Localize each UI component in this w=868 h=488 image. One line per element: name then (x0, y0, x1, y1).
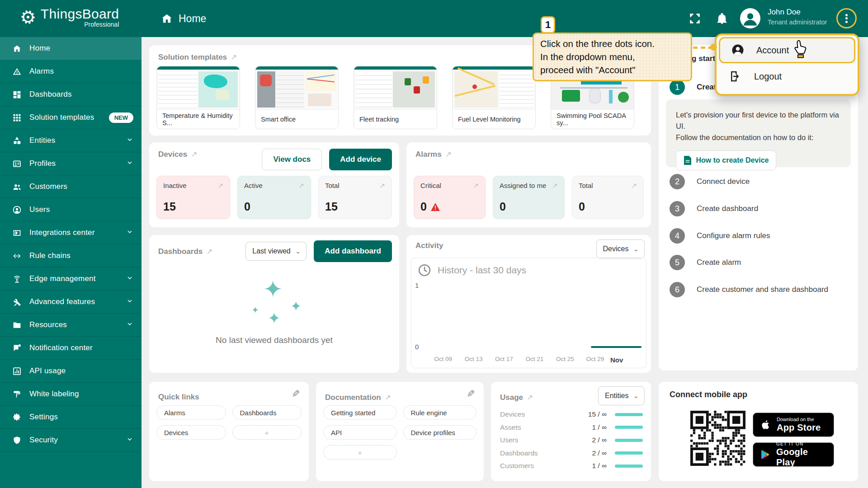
sidebar-item-rule-chains[interactable]: Rule chains (0, 244, 142, 267)
sidebar-item-profiles[interactable]: Profiles (0, 152, 142, 175)
doc-link-rule-engine[interactable]: Rule engine (403, 405, 477, 420)
usage-value: 2 / ∞ (578, 449, 607, 457)
user-menu-button[interactable] (836, 8, 857, 28)
select-value: Devices (603, 245, 629, 253)
stat-label: Total (325, 182, 340, 190)
topbar: ⚙ ThingsBoard Professional Home John Doe… (0, 0, 868, 37)
fullscreen-button[interactable] (685, 9, 704, 28)
edit-icon[interactable]: ✎ (467, 388, 475, 400)
grid-icon (12, 113, 22, 122)
sidebar-item-entities[interactable]: Entities (0, 129, 142, 152)
template-card-temperature-humidity[interactable]: Temperature & Humidity S... (156, 66, 240, 129)
sidebar-item-alarms[interactable]: Alarms (0, 60, 142, 83)
template-card-smart-office[interactable]: Smart office (255, 66, 339, 129)
warning-triangle-icon (430, 202, 440, 211)
app-store-badge[interactable]: Download on the App Store (753, 413, 834, 437)
view-docs-button[interactable]: View docs (262, 149, 322, 170)
sidebar-item-edge-management[interactable]: Edge management (0, 267, 142, 291)
step-create-customer[interactable]: 6 Create customer and share dashboard (670, 282, 847, 297)
annotation-step-badge: 1 (541, 16, 555, 33)
step-create-alarm[interactable]: 5 Create alarm (670, 255, 847, 270)
sidebar-item-customers[interactable]: Customers (0, 175, 142, 198)
activity-entity-select[interactable]: Devices ⌄ (596, 239, 645, 258)
template-card-fleet-tracking[interactable]: Fleet tracking (354, 66, 437, 129)
quick-link-dashboards[interactable]: Dashboards (232, 405, 302, 420)
sidebar-item-advanced-features[interactable]: Advanced features (0, 291, 142, 314)
usage-entity-select[interactable]: Entities ⌄ (598, 386, 645, 405)
notifications-button[interactable] (712, 9, 731, 28)
devices-card: Devices ↗ View docs Add device Inactive↗… (149, 142, 399, 227)
sidebar-item-label: Edge management (29, 274, 96, 283)
open-link-icon[interactable]: ↗ (527, 393, 533, 402)
sidebar-item-users[interactable]: Users (0, 198, 142, 221)
apple-icon (760, 418, 771, 432)
account-icon (731, 43, 745, 57)
step-configure-alarm-rules[interactable]: 4 Configure alarm rules (670, 228, 847, 244)
doc-link-getting-started[interactable]: Getting started (323, 405, 397, 420)
how-to-create-device-button[interactable]: How to create Device (676, 150, 776, 170)
sidebar-item-integrations-center[interactable]: Integrations center (0, 221, 142, 244)
stat-tile-active[interactable]: Active↗ 0 (237, 176, 311, 219)
sidebar-item-resources[interactable]: Resources (0, 314, 142, 337)
open-link-icon: ↗ (217, 182, 223, 190)
x-tick-nov: Nov (610, 356, 623, 364)
sidebar-item-label: Dashboards (29, 90, 72, 99)
sidebar-item-white-labeling[interactable]: White labeling (0, 383, 142, 406)
stat-tile-inactive[interactable]: Inactive↗ 15 (156, 176, 230, 219)
menu-item-account[interactable]: Account (719, 37, 855, 63)
user-circle-icon (12, 205, 22, 215)
quick-link-alarms[interactable]: Alarms (156, 405, 226, 420)
thingsboard-logo-icon: ⚙ (18, 6, 38, 28)
sidebar-item-label: Home (29, 44, 50, 53)
google-play-badge[interactable]: GET IT ON Google Play (753, 442, 834, 467)
sidebar-item-solution-templates[interactable]: Solution templates NEW (0, 106, 142, 129)
add-device-button[interactable]: Add device (329, 149, 392, 170)
doc-link-api[interactable]: API (323, 425, 397, 440)
doc-link-device-profiles[interactable]: Device profiles (403, 425, 477, 440)
step-connect-device[interactable]: 2 Connect device (670, 174, 847, 189)
button-label: How to create Device (696, 156, 769, 164)
stat-tile-total-devices[interactable]: Total↗ 15 (318, 176, 392, 219)
badge-text: App Store (777, 422, 821, 433)
menu-item-logout[interactable]: Logout (717, 63, 858, 89)
add-dashboard-button[interactable]: Add dashboard (314, 240, 392, 262)
card-title: Quick links (158, 393, 199, 402)
sidebar-item-api-usage[interactable]: API usage (0, 360, 142, 383)
avatar[interactable] (740, 8, 760, 28)
pill-label: Dashboards (240, 409, 277, 417)
sidebar-item-dashboards[interactable]: Dashboards (0, 83, 142, 106)
sidebar-item-home[interactable]: Home (0, 37, 142, 60)
open-link-icon[interactable]: ↗ (385, 393, 391, 402)
step-create-dashboard[interactable]: 3 Create dashboard (670, 201, 847, 216)
chevron-down-icon: ⌄ (295, 247, 301, 255)
open-link-icon: ↗ (379, 182, 385, 190)
sidebar-item-settings[interactable]: Settings (0, 406, 142, 429)
sidebar-item-notification-center[interactable]: Notification center (0, 337, 142, 360)
quick-link-devices[interactable]: Devices (156, 425, 226, 440)
template-label: Swimming Pool SCADA sy... (551, 110, 634, 129)
stat-tile-assigned-to-me[interactable]: Assigned to me↗ 0 (493, 176, 565, 219)
template-card-fuel-level[interactable]: Fuel Level Monitoring (452, 66, 536, 129)
stat-label: Assigned to me (500, 182, 546, 190)
open-link-icon[interactable]: ↗ (445, 150, 452, 159)
usage-bar (615, 439, 643, 442)
last-viewed-select[interactable]: Last viewed ⌄ (245, 242, 307, 261)
stat-value: 0 (244, 200, 250, 213)
add-doc-link-button[interactable]: + (323, 445, 397, 460)
open-link-icon[interactable]: ↗ (231, 52, 237, 62)
usage-label: Devices (500, 410, 578, 418)
white-labeling-icon (12, 389, 22, 399)
card-title: Solution templates (158, 53, 227, 62)
edit-icon[interactable]: ✎ (292, 388, 300, 400)
stat-tile-total-alarms[interactable]: Total↗ 0 (572, 176, 644, 219)
brand-logo[interactable]: ⚙ ThingsBoard Professional (20, 6, 119, 28)
usage-row-users: Users 2 / ∞ (500, 434, 643, 447)
add-quick-link-button[interactable]: + (232, 425, 302, 440)
sparkles-icon: ✦✦✦✦ (149, 278, 399, 328)
open-link-icon[interactable]: ↗ (206, 247, 212, 256)
step-number: 2 (670, 174, 685, 189)
sidebar-item-security[interactable]: Security (0, 429, 142, 452)
open-link-icon[interactable]: ↗ (191, 150, 197, 159)
stat-tile-critical[interactable]: Critical↗ 0 (414, 176, 486, 219)
step1-description: Follow the documentation on how to do it… (676, 132, 841, 143)
